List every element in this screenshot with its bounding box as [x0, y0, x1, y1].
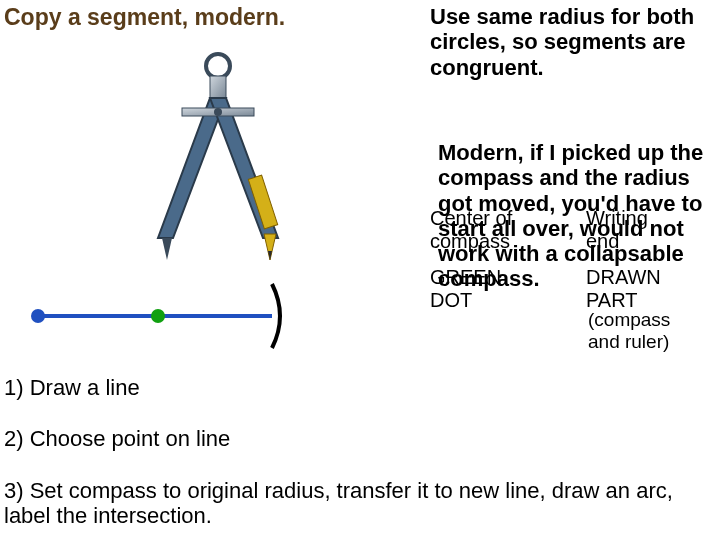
line-figure — [30, 276, 310, 356]
label-compass: compass — [430, 230, 510, 253]
note-compass: (compass — [588, 309, 670, 331]
label-green: GREEN — [430, 266, 501, 289]
instruction-radius: Use same radius for both circles, so seg… — [430, 4, 710, 80]
svg-point-9 — [214, 108, 222, 116]
compass-illustration — [128, 38, 308, 268]
svg-point-12 — [151, 309, 165, 323]
label-dot: DOT — [430, 289, 472, 312]
svg-rect-1 — [210, 76, 226, 98]
label-writing: Writing — [586, 207, 648, 230]
svg-point-0 — [206, 54, 230, 78]
svg-marker-2 — [158, 98, 226, 238]
step-2: 2) Choose point on line — [4, 426, 230, 452]
svg-marker-3 — [162, 238, 172, 260]
page-title: Copy a segment, modern. — [4, 4, 285, 31]
label-drawn: DRAWN — [586, 266, 661, 289]
label-center-of: Center of — [430, 207, 512, 230]
svg-point-11 — [31, 309, 45, 323]
step-1: 1) Draw a line — [4, 375, 140, 401]
step-3: 3) Set compass to original radius, trans… — [4, 478, 704, 529]
label-end: end — [586, 230, 619, 253]
note-ruler: and ruler) — [588, 331, 669, 353]
